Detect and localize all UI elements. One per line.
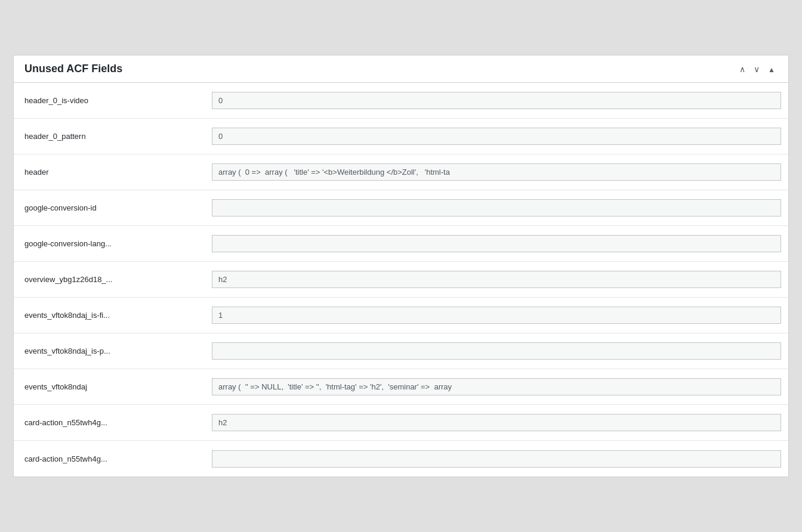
field-input[interactable]: [212, 414, 781, 431]
field-label: events_vftok8ndaj: [14, 369, 205, 404]
panel-body: header_0_is-videoheader_0_patternheaderg…: [14, 83, 788, 477]
collapse-down-button[interactable]: [751, 63, 762, 75]
field-input[interactable]: [212, 271, 781, 288]
field-value-wrap: [205, 154, 788, 190]
field-value-wrap: [205, 369, 788, 404]
table-row: header: [14, 154, 788, 190]
table-row: events_vftok8ndaj_is-p...: [14, 333, 788, 369]
field-value-wrap: [205, 226, 788, 261]
field-input[interactable]: [212, 199, 781, 216]
table-row: events_vftok8ndaj_is-fi...: [14, 298, 788, 333]
field-label: events_vftok8ndaj_is-p...: [14, 333, 205, 369]
field-input[interactable]: [212, 307, 781, 324]
field-value-wrap: [205, 83, 788, 118]
table-row: card-action_n55twh4g...: [14, 405, 788, 441]
field-value-wrap: [205, 119, 788, 154]
collapse-up-button[interactable]: [737, 63, 748, 75]
field-input[interactable]: [212, 92, 781, 109]
field-input[interactable]: [212, 163, 781, 181]
field-value-wrap: [205, 333, 788, 369]
field-input[interactable]: [212, 378, 781, 395]
field-label: google-conversion-lang...: [14, 226, 205, 261]
acf-fields-panel: Unused ACF Fields header_0_is-videoheade…: [13, 55, 789, 477]
field-label: header: [14, 154, 205, 190]
field-label: card-action_n55twh4g...: [14, 405, 205, 440]
table-row: header_0_is-video: [14, 83, 788, 119]
panel-header: Unused ACF Fields: [14, 55, 788, 83]
panel-controls: [737, 63, 778, 75]
field-input[interactable]: [212, 342, 781, 360]
table-row: google-conversion-id: [14, 190, 788, 226]
field-value-wrap: [205, 262, 788, 297]
field-label: events_vftok8ndaj_is-fi...: [14, 298, 205, 333]
field-value-wrap: [205, 405, 788, 440]
table-row: events_vftok8ndaj: [14, 369, 788, 405]
field-label: google-conversion-id: [14, 190, 205, 225]
field-label: header_0_is-video: [14, 83, 205, 118]
field-value-wrap: [205, 441, 788, 477]
move-up-button[interactable]: [766, 63, 778, 75]
table-row: card-action_n55twh4g...: [14, 441, 788, 477]
chevron-up-icon: [739, 64, 745, 74]
field-label: overview_ybg1z26d18_...: [14, 262, 205, 297]
chevron-down-icon: [754, 64, 760, 74]
field-input[interactable]: [212, 235, 781, 252]
field-input[interactable]: [212, 450, 781, 468]
field-value-wrap: [205, 190, 788, 225]
field-label: header_0_pattern: [14, 119, 205, 154]
table-row: header_0_pattern: [14, 119, 788, 154]
field-label: card-action_n55twh4g...: [14, 441, 205, 477]
table-row: google-conversion-lang...: [14, 226, 788, 262]
table-row: overview_ybg1z26d18_...: [14, 262, 788, 298]
triangle-up-icon: [768, 64, 775, 74]
field-value-wrap: [205, 298, 788, 333]
panel-title: Unused ACF Fields: [24, 63, 122, 75]
field-input[interactable]: [212, 128, 781, 145]
